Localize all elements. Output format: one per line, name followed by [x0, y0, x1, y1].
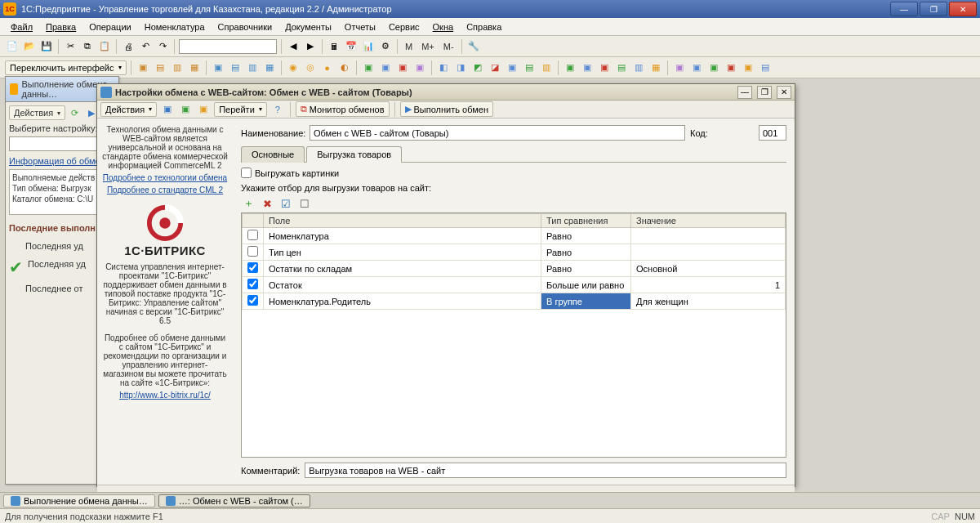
tb2-icon[interactable]: ▣ — [361, 60, 376, 75]
calc-icon[interactable]: 🖩 — [327, 39, 341, 54]
tb2-icon[interactable]: ◨ — [453, 60, 468, 75]
open-icon[interactable]: 📂 — [22, 39, 37, 54]
help-icon[interactable]: ? — [270, 102, 285, 117]
filter-grid[interactable]: Поле Тип сравнения Значение Номенклатура… — [241, 212, 786, 458]
tb2-icon[interactable]: ◧ — [436, 60, 451, 75]
dlg-monitor-button[interactable]: ⧉Монитор обменов — [296, 101, 390, 117]
tb2-icon[interactable]: ▦ — [262, 60, 277, 75]
tb2-icon[interactable]: ▤ — [522, 60, 537, 75]
cut-icon[interactable]: ✂ — [63, 39, 78, 54]
tb2-icon[interactable]: ▥ — [170, 60, 185, 75]
tb2-icon[interactable]: ▣ — [597, 60, 612, 75]
add-filter-button[interactable]: ＋ — [241, 196, 256, 211]
row-checkbox[interactable] — [247, 295, 258, 306]
row-checkbox[interactable] — [247, 262, 258, 273]
minimize-button[interactable]: — — [890, 2, 918, 16]
remove-filter-button[interactable]: ✖ — [260, 196, 274, 211]
refresh-icon[interactable]: ⟳ — [68, 105, 82, 120]
dlg-goto-button[interactable]: Перейти — [214, 102, 267, 117]
print-icon[interactable]: 🖨 — [121, 39, 136, 54]
gear-icon[interactable]: ⚙ — [378, 39, 393, 54]
filter-row[interactable]: Остатки по складамРавноОсновной — [243, 261, 786, 277]
tb2-icon[interactable]: ◩ — [470, 60, 485, 75]
export-images-checkbox[interactable] — [241, 168, 252, 178]
tb2-icon[interactable]: ● — [320, 60, 335, 75]
name-input[interactable] — [310, 125, 685, 141]
tb2-icon[interactable]: ▤ — [228, 60, 243, 75]
info-link-tech[interactable]: Подробнее о технологии обмена — [102, 173, 228, 182]
paste-icon[interactable]: 📋 — [97, 39, 112, 54]
tb2-icon[interactable]: ▣ — [741, 60, 755, 75]
chart-icon[interactable]: 📊 — [361, 39, 376, 54]
menu-file[interactable]: Файл — [5, 20, 38, 34]
dlg-run-button[interactable]: ▶Выполнить обмен — [400, 101, 493, 117]
menu-windows[interactable]: Окна — [427, 20, 460, 34]
tb2-icon[interactable]: ◪ — [488, 60, 502, 75]
back-icon[interactable]: ◀ — [286, 39, 301, 54]
tb2-icon[interactable]: ▣ — [136, 60, 150, 75]
tb2-icon[interactable]: ▣ — [412, 60, 427, 75]
task-item[interactable]: …: Обмен с WEB - сайтом (… — [158, 494, 310, 507]
menu-operations[interactable]: Операции — [83, 20, 136, 34]
check-all-button[interactable]: ☑ — [278, 196, 293, 211]
tb2-icon[interactable]: ◎ — [303, 60, 318, 75]
menu-service[interactable]: Сервис — [383, 20, 425, 34]
bw-actions-button[interactable]: Действия — [9, 105, 65, 120]
mem-mminus[interactable]: M- — [440, 40, 457, 53]
close-button[interactable]: ✕ — [949, 2, 977, 16]
dlg-tb-icon[interactable]: ▣ — [160, 102, 175, 117]
tb2-icon[interactable]: ▣ — [580, 60, 595, 75]
row-checkbox[interactable] — [247, 246, 258, 257]
calendar-icon[interactable]: 📅 — [344, 39, 359, 54]
col-field[interactable]: Поле — [264, 214, 541, 228]
uncheck-all-button[interactable]: ☐ — [297, 196, 312, 211]
tb2-icon[interactable]: ▣ — [689, 60, 704, 75]
tab-export[interactable]: Выгрузка товаров — [306, 146, 402, 163]
info-link-cml[interactable]: Подробнее о стандарте CML 2 — [102, 186, 228, 194]
menu-reports[interactable]: Отчеты — [339, 20, 381, 34]
maximize-button[interactable]: ❐ — [920, 2, 947, 16]
tb2-icon[interactable]: ▥ — [245, 60, 260, 75]
tb2-icon[interactable]: ▣ — [724, 60, 738, 75]
tb2-icon[interactable]: ▥ — [539, 60, 554, 75]
row-checkbox[interactable] — [247, 279, 258, 289]
menu-edit[interactable]: Правка — [40, 20, 82, 34]
menu-help[interactable]: Справка — [461, 20, 507, 34]
filter-row[interactable]: Номенклатура.РодительВ группеДля женщин — [243, 293, 786, 310]
dlg-actions-button[interactable]: Действия — [100, 102, 157, 117]
tb2-icon[interactable]: ▦ — [648, 60, 663, 75]
tool-icon[interactable]: 🔧 — [466, 39, 481, 54]
switch-interface-button[interactable]: Переключить интерфейс — [5, 60, 127, 75]
filter-row[interactable]: Тип ценРавно — [243, 244, 786, 261]
task-item[interactable]: Выполнение обмена данны… — [3, 494, 155, 507]
col-value[interactable]: Значение — [631, 214, 786, 228]
dlg-tb-icon[interactable]: ▣ — [178, 102, 193, 117]
dialog-minimize-button[interactable]: — — [737, 86, 752, 99]
tb2-icon[interactable]: ◉ — [286, 60, 301, 75]
code-input[interactable] — [759, 125, 786, 141]
forward-icon[interactable]: ▶ — [303, 39, 318, 54]
filter-row[interactable]: ОстатокБольше или равно1 — [243, 277, 786, 293]
row-checkbox[interactable] — [247, 230, 258, 240]
tab-main[interactable]: Основные — [241, 146, 305, 163]
tb2-icon[interactable]: ▤ — [614, 60, 629, 75]
tb2-icon[interactable]: ▤ — [153, 60, 167, 75]
menu-documents[interactable]: Документы — [279, 20, 337, 34]
tb2-icon[interactable]: ▣ — [505, 60, 519, 75]
tb2-icon[interactable]: ◐ — [337, 60, 352, 75]
menu-nomenclature[interactable]: Номенклатура — [139, 20, 211, 34]
search-input[interactable] — [179, 39, 277, 54]
tb2-icon[interactable]: ▣ — [706, 60, 721, 75]
tb2-icon[interactable]: ▣ — [378, 60, 393, 75]
tb2-icon[interactable]: ▣ — [211, 60, 225, 75]
save-icon[interactable]: 💾 — [39, 39, 54, 54]
mem-m[interactable]: M — [402, 40, 416, 53]
dialog-maximize-button[interactable]: ❐ — [757, 86, 772, 99]
dialog-close-button[interactable]: ✕ — [777, 86, 791, 99]
dialog-titlebar[interactable]: Настройки обмена с WEB-сайтом: Обмен с W… — [97, 84, 795, 101]
copy-icon[interactable]: ⧉ — [80, 39, 95, 54]
mem-mplus[interactable]: M+ — [418, 40, 438, 53]
tb2-icon[interactable]: ▣ — [563, 60, 577, 75]
comment-input[interactable] — [305, 463, 786, 478]
redo-icon[interactable]: ↷ — [155, 39, 170, 54]
